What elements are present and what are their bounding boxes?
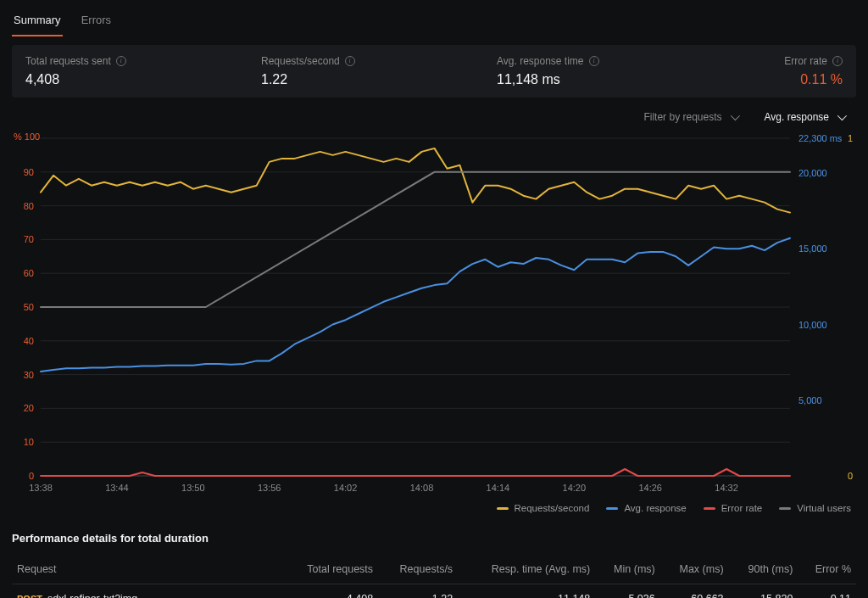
svg-text:14:14: 14:14 (487, 483, 510, 493)
info-icon[interactable]: i (832, 56, 843, 66)
svg-text:5,000: 5,000 (798, 395, 822, 405)
stat-label: Requests/second (261, 55, 340, 67)
stat-label: Avg. response time (497, 55, 584, 67)
table-row[interactable]: POSTsdxl-refiner-txt2img 4,408 1.22 11,1… (12, 584, 856, 599)
svg-text:80: 80 (24, 201, 34, 211)
perf-section-title: Performance details for total duration (0, 513, 868, 555)
method-badge: POST (17, 594, 42, 598)
svg-text:14:26: 14:26 (638, 483, 662, 493)
col-err[interactable]: Error % (798, 555, 856, 584)
cell-err: 0.11 (798, 584, 856, 599)
legend-error-rate: Error rate (704, 503, 763, 513)
svg-text:14:02: 14:02 (334, 483, 358, 493)
stat-value: 4,408 (25, 72, 261, 87)
stat-label: Total requests sent (25, 55, 111, 67)
stat-value: 1.22 (261, 72, 497, 87)
swatch-icon (704, 507, 715, 510)
svg-text:13:56: 13:56 (258, 483, 281, 493)
legend-rps: Requests/second (497, 503, 590, 513)
stats-bar: Total requests senti 4,408 Requests/seco… (12, 45, 856, 98)
col-resp[interactable]: Resp. time (Avg. ms) (458, 555, 595, 584)
svg-text:15,000: 15,000 (798, 243, 827, 254)
tab-errors[interactable]: Errors (80, 8, 113, 36)
info-icon[interactable]: i (345, 56, 355, 66)
chart-legend: Requests/second Avg. response Error rate… (0, 498, 868, 513)
svg-text:0: 0 (29, 471, 34, 481)
stat-value: 11,148 ms (497, 72, 732, 87)
svg-text:13:38: 13:38 (29, 483, 53, 493)
svg-text:20: 20 (24, 403, 34, 413)
swatch-icon (606, 507, 618, 510)
tab-summary[interactable]: Summary (12, 8, 63, 36)
svg-text:0: 0 (848, 471, 853, 481)
table-header-row: Request Total requests Requests/s Resp. … (12, 555, 856, 584)
col-total[interactable]: Total requests (282, 555, 378, 584)
svg-text:10,000: 10,000 (798, 320, 827, 330)
stat-label: Error rate (784, 55, 827, 67)
dropdown-label: Avg. response (765, 111, 830, 123)
dropdown-label: Filter by requests (643, 111, 721, 123)
stat-rps: Requests/secondi 1.22 (261, 55, 497, 87)
svg-text:70: 70 (24, 234, 34, 244)
metric-dropdown[interactable]: Avg. response (756, 108, 854, 126)
svg-text:13:50: 13:50 (181, 483, 205, 493)
perf-table: Request Total requests Requests/s Resp. … (12, 555, 856, 598)
left-axis-label: % 100 (14, 131, 40, 142)
stat-value: 0.11 % (732, 72, 843, 87)
svg-text:13:44: 13:44 (105, 483, 129, 493)
swatch-icon (779, 507, 791, 510)
cell-resp: 11,148 (458, 584, 595, 599)
legend-virtual-users: Virtual users (779, 503, 851, 513)
cell-max: 60,663 (660, 584, 729, 599)
stat-avg-response: Avg. response timei 11,148 ms (497, 55, 732, 87)
tabs-bar: Summary Errors (0, 0, 868, 36)
chart-controls: Filter by requests Avg. response (0, 106, 868, 131)
info-icon[interactable]: i (589, 56, 599, 66)
svg-text:90: 90 (24, 167, 34, 177)
filter-dropdown[interactable]: Filter by requests (635, 108, 745, 126)
chevron-down-icon (837, 111, 847, 120)
cell-request: POSTsdxl-refiner-txt2img (12, 584, 282, 599)
col-rps[interactable]: Requests/s (378, 555, 458, 584)
legend-avg-response: Avg. response (606, 503, 686, 513)
svg-text:14:20: 14:20 (563, 483, 587, 493)
svg-text:20,000: 20,000 (798, 168, 827, 178)
svg-text:1: 1 (848, 133, 853, 143)
cell-p90: 15,820 (729, 584, 798, 599)
chart-container: % 100 01020304050607080905,00010,00015,0… (12, 131, 856, 498)
stat-error-rate: Error ratei 0.11 % (732, 55, 843, 87)
col-p90[interactable]: 90th (ms) (729, 555, 798, 584)
chevron-down-icon (730, 111, 739, 120)
svg-text:40: 40 (24, 336, 34, 346)
cell-min: 5,036 (595, 584, 659, 599)
stat-total-requests: Total requests senti 4,408 (25, 55, 261, 87)
svg-text:50: 50 (24, 302, 34, 312)
info-icon[interactable]: i (116, 56, 126, 66)
svg-text:30: 30 (24, 370, 34, 380)
main-chart[interactable]: 01020304050607080905,00010,00015,00020,0… (12, 131, 856, 498)
swatch-icon (497, 507, 509, 510)
cell-total: 4,408 (282, 584, 378, 599)
svg-text:14:32: 14:32 (715, 483, 738, 493)
cell-rps: 1.22 (378, 584, 458, 599)
svg-text:60: 60 (24, 268, 34, 278)
svg-text:14:08: 14:08 (410, 483, 434, 493)
svg-text:22,300 ms: 22,300 ms (798, 133, 843, 143)
col-max[interactable]: Max (ms) (660, 555, 729, 584)
col-min[interactable]: Min (ms) (595, 555, 659, 584)
col-request[interactable]: Request (12, 555, 282, 584)
svg-text:10: 10 (24, 437, 34, 447)
